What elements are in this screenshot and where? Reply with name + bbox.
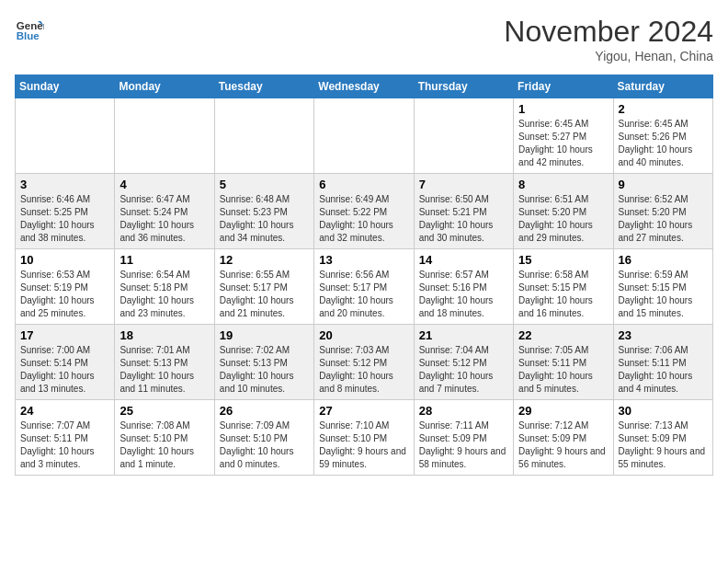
calendar-cell: 9Sunrise: 6:52 AM Sunset: 5:20 PM Daylig…	[613, 174, 712, 249]
month-title: November 2024	[504, 15, 713, 49]
calendar-cell: 22Sunrise: 7:05 AM Sunset: 5:11 PM Dayli…	[514, 325, 613, 400]
calendar-cell: 14Sunrise: 6:57 AM Sunset: 5:16 PM Dayli…	[414, 249, 513, 325]
calendar-cell	[314, 98, 414, 174]
calendar-cell: 1Sunrise: 6:45 AM Sunset: 5:27 PM Daylig…	[514, 98, 613, 174]
day-info: Sunrise: 6:54 AM Sunset: 5:18 PM Dayligh…	[119, 269, 209, 320]
day-info: Sunrise: 6:52 AM Sunset: 5:20 PM Dayligh…	[619, 193, 708, 245]
day-number: 8	[518, 178, 608, 191]
calendar-cell: 15Sunrise: 6:58 AM Sunset: 5:15 PM Dayli…	[514, 249, 613, 325]
calendar-cell: 10Sunrise: 6:53 AM Sunset: 5:19 PM Dayli…	[16, 249, 115, 325]
day-info: Sunrise: 6:46 AM Sunset: 5:25 PM Dayligh…	[20, 193, 109, 245]
weekday-header-wednesday: Wednesday	[314, 75, 414, 98]
day-info: Sunrise: 6:45 AM Sunset: 5:27 PM Dayligh…	[518, 118, 608, 169]
calendar-cell: 17Sunrise: 7:00 AM Sunset: 5:14 PM Dayli…	[16, 325, 115, 400]
calendar-cell: 28Sunrise: 7:11 AM Sunset: 5:09 PM Dayli…	[414, 400, 513, 476]
day-info: Sunrise: 7:10 AM Sunset: 5:10 PM Dayligh…	[319, 419, 408, 471]
day-info: Sunrise: 6:50 AM Sunset: 5:21 PM Dayligh…	[419, 193, 508, 245]
day-number: 2	[619, 102, 708, 116]
day-number: 27	[319, 404, 408, 418]
day-info: Sunrise: 6:48 AM Sunset: 5:23 PM Dayligh…	[220, 193, 309, 245]
calendar-cell: 5Sunrise: 6:48 AM Sunset: 5:23 PM Daylig…	[214, 174, 313, 249]
calendar-cell: 7Sunrise: 6:50 AM Sunset: 5:21 PM Daylig…	[414, 174, 513, 249]
week-row-3: 10Sunrise: 6:53 AM Sunset: 5:19 PM Dayli…	[16, 249, 713, 325]
weekday-header-friday: Friday	[514, 75, 613, 98]
day-info: Sunrise: 7:06 AM Sunset: 5:11 PM Dayligh…	[619, 344, 708, 396]
day-info: Sunrise: 6:59 AM Sunset: 5:15 PM Dayligh…	[619, 269, 708, 320]
day-number: 13	[319, 253, 408, 267]
day-info: Sunrise: 6:49 AM Sunset: 5:22 PM Dayligh…	[319, 193, 408, 245]
day-number: 18	[119, 328, 209, 342]
day-number: 5	[220, 178, 309, 191]
calendar-table: SundayMondayTuesdayWednesdayThursdayFrid…	[15, 75, 713, 476]
day-number: 9	[619, 178, 708, 191]
day-number: 12	[220, 253, 309, 267]
day-info: Sunrise: 6:51 AM Sunset: 5:20 PM Dayligh…	[518, 193, 608, 245]
day-number: 3	[20, 178, 109, 191]
calendar-cell: 16Sunrise: 6:59 AM Sunset: 5:15 PM Dayli…	[613, 249, 712, 325]
calendar-cell: 3Sunrise: 6:46 AM Sunset: 5:25 PM Daylig…	[16, 174, 115, 249]
day-info: Sunrise: 7:11 AM Sunset: 5:09 PM Dayligh…	[419, 419, 508, 471]
day-info: Sunrise: 6:47 AM Sunset: 5:24 PM Dayligh…	[119, 193, 209, 245]
day-number: 11	[119, 253, 209, 267]
calendar-cell: 24Sunrise: 7:07 AM Sunset: 5:11 PM Dayli…	[16, 400, 115, 476]
day-info: Sunrise: 7:08 AM Sunset: 5:10 PM Dayligh…	[119, 419, 209, 471]
day-number: 22	[518, 328, 608, 342]
calendar-cell: 6Sunrise: 6:49 AM Sunset: 5:22 PM Daylig…	[314, 174, 414, 249]
weekday-header-monday: Monday	[115, 75, 214, 98]
calendar-cell	[115, 98, 214, 174]
day-info: Sunrise: 7:13 AM Sunset: 5:09 PM Dayligh…	[619, 419, 708, 471]
week-row-5: 24Sunrise: 7:07 AM Sunset: 5:11 PM Dayli…	[16, 400, 713, 476]
day-info: Sunrise: 7:01 AM Sunset: 5:13 PM Dayligh…	[119, 344, 209, 396]
calendar-cell: 25Sunrise: 7:08 AM Sunset: 5:10 PM Dayli…	[115, 400, 214, 476]
svg-text:Blue: Blue	[17, 30, 40, 41]
day-info: Sunrise: 6:56 AM Sunset: 5:17 PM Dayligh…	[319, 269, 408, 320]
title-block: November 2024 Yigou, Henan, China	[504, 15, 713, 63]
day-number: 6	[319, 178, 408, 191]
day-number: 14	[419, 253, 508, 267]
calendar-cell: 2Sunrise: 6:45 AM Sunset: 5:26 PM Daylig…	[613, 98, 712, 174]
day-number: 7	[419, 178, 508, 191]
calendar-cell: 13Sunrise: 6:56 AM Sunset: 5:17 PM Dayli…	[314, 249, 414, 325]
calendar-cell: 4Sunrise: 6:47 AM Sunset: 5:24 PM Daylig…	[115, 174, 214, 249]
day-number: 19	[220, 328, 309, 342]
day-number: 25	[119, 404, 209, 418]
calendar-cell: 21Sunrise: 7:04 AM Sunset: 5:12 PM Dayli…	[414, 325, 513, 400]
day-number: 30	[619, 404, 708, 418]
day-number: 29	[518, 404, 608, 418]
logo: General Blue	[15, 15, 44, 44]
calendar-cell: 30Sunrise: 7:13 AM Sunset: 5:09 PM Dayli…	[613, 400, 712, 476]
weekday-header-tuesday: Tuesday	[214, 75, 313, 98]
day-info: Sunrise: 7:12 AM Sunset: 5:09 PM Dayligh…	[518, 419, 608, 471]
weekday-header-saturday: Saturday	[613, 75, 712, 98]
day-info: Sunrise: 6:55 AM Sunset: 5:17 PM Dayligh…	[220, 269, 309, 320]
weekday-header-sunday: Sunday	[16, 75, 115, 98]
calendar-cell: 23Sunrise: 7:06 AM Sunset: 5:11 PM Dayli…	[613, 325, 712, 400]
day-number: 28	[419, 404, 508, 418]
day-info: Sunrise: 6:53 AM Sunset: 5:19 PM Dayligh…	[20, 269, 109, 320]
day-number: 15	[518, 253, 608, 267]
calendar-cell: 27Sunrise: 7:10 AM Sunset: 5:10 PM Dayli…	[314, 400, 414, 476]
weekday-header-row: SundayMondayTuesdayWednesdayThursdayFrid…	[16, 75, 713, 98]
calendar-cell: 18Sunrise: 7:01 AM Sunset: 5:13 PM Dayli…	[115, 325, 214, 400]
day-number: 17	[20, 328, 109, 342]
day-info: Sunrise: 7:05 AM Sunset: 5:11 PM Dayligh…	[518, 344, 608, 396]
calendar-cell: 12Sunrise: 6:55 AM Sunset: 5:17 PM Dayli…	[214, 249, 313, 325]
day-number: 23	[619, 328, 708, 342]
calendar-cell: 8Sunrise: 6:51 AM Sunset: 5:20 PM Daylig…	[514, 174, 613, 249]
day-info: Sunrise: 7:00 AM Sunset: 5:14 PM Dayligh…	[20, 344, 109, 396]
day-info: Sunrise: 6:57 AM Sunset: 5:16 PM Dayligh…	[419, 269, 508, 320]
weekday-header-thursday: Thursday	[414, 75, 513, 98]
calendar-cell	[214, 98, 313, 174]
day-number: 20	[319, 328, 408, 342]
day-info: Sunrise: 7:02 AM Sunset: 5:13 PM Dayligh…	[220, 344, 309, 396]
day-number: 24	[20, 404, 109, 418]
calendar-cell: 11Sunrise: 6:54 AM Sunset: 5:18 PM Dayli…	[115, 249, 214, 325]
calendar-cell	[414, 98, 513, 174]
page-header: General Blue November 2024 Yigou, Henan,…	[15, 15, 713, 63]
day-number: 10	[20, 253, 109, 267]
location: Yigou, Henan, China	[504, 49, 713, 63]
week-row-4: 17Sunrise: 7:00 AM Sunset: 5:14 PM Dayli…	[16, 325, 713, 400]
calendar-cell: 20Sunrise: 7:03 AM Sunset: 5:12 PM Dayli…	[314, 325, 414, 400]
calendar-cell: 26Sunrise: 7:09 AM Sunset: 5:10 PM Dayli…	[214, 400, 313, 476]
day-info: Sunrise: 7:09 AM Sunset: 5:10 PM Dayligh…	[220, 419, 309, 471]
